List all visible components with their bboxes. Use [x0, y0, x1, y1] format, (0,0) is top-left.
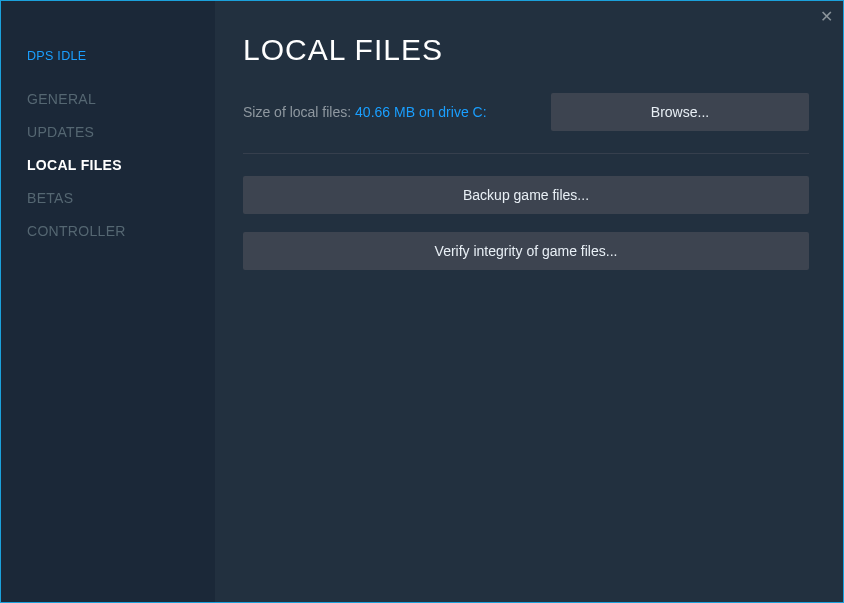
close-icon[interactable]: ✕	[820, 9, 833, 25]
verify-button[interactable]: Verify integrity of game files...	[243, 232, 809, 270]
page-title: LOCAL FILES	[243, 33, 809, 67]
sidebar: DPS IDLE GENERAL UPDATES LOCAL FILES BET…	[1, 1, 215, 602]
sidebar-item-updates[interactable]: UPDATES	[27, 124, 215, 140]
size-info: Size of local files: 40.66 MB on drive C…	[243, 104, 487, 120]
sidebar-item-label: GENERAL	[27, 91, 96, 107]
sidebar-item-betas[interactable]: BETAS	[27, 190, 215, 206]
browse-button[interactable]: Browse...	[551, 93, 809, 131]
backup-button[interactable]: Backup game files...	[243, 176, 809, 214]
size-row: Size of local files: 40.66 MB on drive C…	[243, 93, 809, 131]
app-name: DPS IDLE	[27, 49, 215, 63]
size-label: Size of local files:	[243, 104, 355, 120]
main-panel: LOCAL FILES Size of local files: 40.66 M…	[215, 1, 843, 602]
sidebar-item-label: LOCAL FILES	[27, 157, 122, 173]
divider	[243, 153, 809, 154]
sidebar-item-general[interactable]: GENERAL	[27, 91, 215, 107]
sidebar-item-controller[interactable]: CONTROLLER	[27, 223, 215, 239]
sidebar-item-local-files[interactable]: LOCAL FILES	[27, 157, 215, 173]
size-value: 40.66 MB on drive C:	[355, 104, 487, 120]
sidebar-item-label: BETAS	[27, 190, 73, 206]
properties-window: DPS IDLE GENERAL UPDATES LOCAL FILES BET…	[1, 1, 843, 602]
sidebar-item-label: CONTROLLER	[27, 223, 126, 239]
sidebar-item-label: UPDATES	[27, 124, 94, 140]
